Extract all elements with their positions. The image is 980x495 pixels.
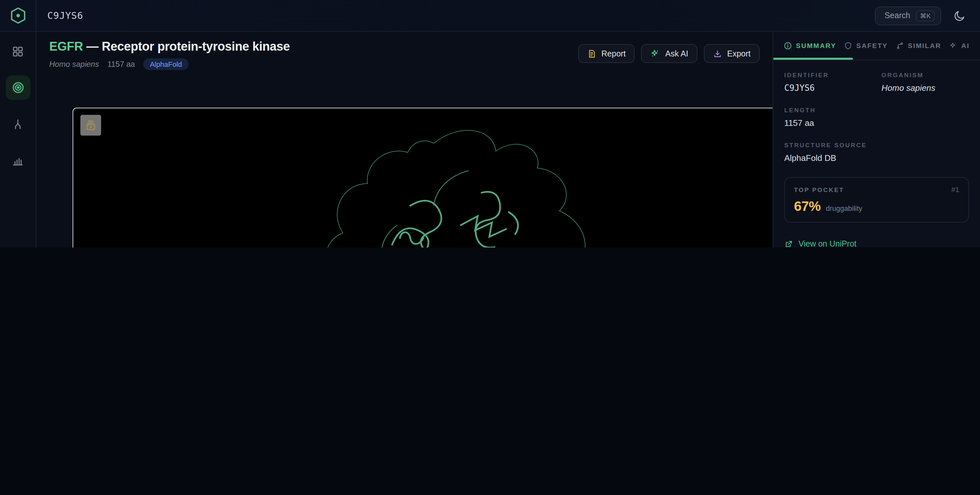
search-shortcut-kbd: ⌘K (916, 10, 935, 21)
grid-icon (12, 45, 24, 57)
length-text: 1157 aa (107, 60, 135, 69)
topbar: C9JYS6 Search ⌘K (0, 0, 980, 32)
tab-safety[interactable]: SAFETY (844, 31, 888, 60)
ai-sparkle-icon (949, 41, 957, 50)
details-panel: SUMMARY SAFETY SIMILAR AI (773, 31, 980, 248)
git-branch-icon (896, 41, 904, 50)
main-content: EGFR — Receptor protein-tyrosine kinase … (36, 31, 773, 248)
title-dash: — (86, 40, 99, 53)
protein-meta: Homo sapiens 1157 aa AlphaFold (49, 58, 290, 70)
shield-icon (844, 41, 852, 50)
download-icon (713, 49, 722, 58)
sparkles-icon (651, 49, 660, 58)
viewer-animation-button[interactable] (80, 115, 101, 136)
page-title: EGFR — Receptor protein-tyrosine kinase (49, 40, 290, 54)
protein-name: Receptor protein-tyrosine kinase (102, 40, 290, 53)
top-pocket-label: TOP POCKET (794, 186, 844, 193)
app-logo[interactable] (0, 0, 36, 31)
report-button-label: Report (601, 49, 626, 58)
top-pocket-card: TOP POCKET #1 67% druggability (784, 177, 969, 222)
identifier-value: C9JYS6 (784, 83, 881, 93)
protein-fields: IDENTIFIER C9JYS6 ORGANISM Homo sapiens … (784, 71, 969, 163)
panel-tabs: SUMMARY SAFETY SIMILAR AI (773, 31, 980, 60)
length-value: 1157 aa (784, 118, 969, 128)
branch-icon (12, 118, 24, 130)
summary-tab-content: IDENTIFIER C9JYS6 ORGANISM Homo sapiens … (773, 60, 980, 248)
sidebar-item-pathways[interactable] (5, 112, 30, 136)
structure-source-label: STRUCTURE SOURCE (784, 141, 969, 148)
tab-ai-label: AI (961, 42, 970, 49)
top-pocket-rank: #1 (951, 185, 959, 193)
alphafold-badge: AlphaFold (143, 58, 188, 70)
moon-icon (953, 10, 966, 22)
report-button[interactable]: Report (578, 44, 635, 63)
length-label: LENGTH (784, 106, 969, 113)
target-icon (11, 81, 24, 94)
header-actions: Report Ask AI Export (578, 44, 760, 63)
tab-similar[interactable]: SIMILAR (896, 31, 941, 60)
field-structure-source: STRUCTURE SOURCE AlphaFold DB (784, 141, 969, 163)
field-length: LENGTH 1157 aa (784, 106, 969, 128)
protein-ribbon-render (73, 109, 773, 248)
top-pocket-value-row: 67% druggability (794, 198, 959, 214)
tab-ai[interactable]: AI (949, 31, 970, 60)
page-header: EGFR — Receptor protein-tyrosine kinase … (36, 31, 773, 77)
sidebar-item-dashboard[interactable] (5, 39, 30, 64)
identifier-label: IDENTIFIER (784, 71, 881, 78)
organism-label: ORGANISM (881, 71, 969, 78)
top-pocket-value: 67% (794, 198, 821, 214)
protein-heading-block: EGFR — Receptor protein-tyrosine kinase … (49, 40, 290, 70)
tab-safety-label: SAFETY (856, 42, 888, 49)
molecule-3d-viewer[interactable]: 18 pockets detected (73, 108, 773, 248)
search-button-label: Search (885, 11, 910, 20)
theme-toggle-button[interactable] (950, 6, 969, 25)
tab-similar-label: SIMILAR (908, 42, 941, 49)
ask-ai-button-label: Ask AI (665, 49, 688, 58)
sidebar (0, 31, 36, 248)
gene-symbol: EGFR (49, 40, 83, 53)
field-organism: ORGANISM Homo sapiens (881, 71, 969, 93)
window-title: C9JYS6 (47, 10, 83, 21)
info-icon (784, 41, 792, 50)
bar-chart-icon (12, 154, 24, 166)
export-button[interactable]: Export (704, 44, 760, 63)
organism-value: Homo sapiens (881, 83, 969, 93)
top-pocket-caption: druggability (826, 204, 862, 212)
export-button-label: Export (727, 49, 751, 58)
report-file-icon (587, 49, 596, 58)
view-on-uniprot-label: View on UniProt (799, 240, 856, 248)
tab-summary-label: SUMMARY (796, 42, 837, 49)
sidebar-item-targets[interactable] (5, 75, 30, 100)
app-root: C9JYS6 Search ⌘K (0, 0, 980, 248)
sidebar-item-analytics[interactable] (5, 148, 30, 172)
organism-text: Homo sapiens (49, 60, 99, 69)
search-button[interactable]: Search ⌘K (875, 6, 941, 25)
external-link-icon (784, 240, 793, 248)
top-pocket-header: TOP POCKET #1 (794, 185, 959, 193)
view-on-uniprot-link[interactable]: View on UniProt (784, 240, 969, 248)
ask-ai-button[interactable]: Ask AI (641, 44, 697, 63)
field-identifier: IDENTIFIER C9JYS6 (784, 71, 881, 93)
structure-source-value: AlphaFold DB (784, 153, 969, 163)
animation-player-icon (84, 119, 97, 132)
tab-summary[interactable]: SUMMARY (784, 31, 837, 60)
hexagon-logo-icon (10, 7, 25, 24)
